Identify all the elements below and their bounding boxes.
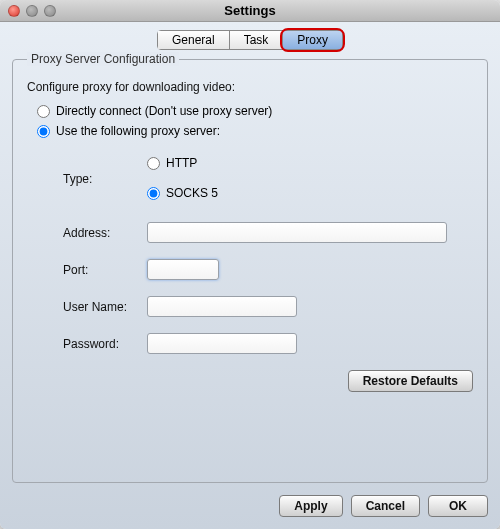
radio-socks5-label: SOCKS 5: [166, 186, 218, 200]
radio-direct-label: Directly connect (Don't use proxy server…: [56, 104, 272, 118]
window-title: Settings: [0, 3, 500, 18]
type-label: Type:: [63, 172, 147, 186]
row-port: Port:: [63, 259, 467, 280]
tab-row: General Task Proxy: [12, 30, 488, 50]
tab-task[interactable]: Task: [230, 31, 284, 49]
tab-proxy[interactable]: Proxy: [283, 31, 342, 49]
password-label: Password:: [63, 337, 147, 351]
restore-defaults-button[interactable]: Restore Defaults: [348, 370, 473, 392]
row-type: Type: HTTP SOCKS 5: [63, 152, 467, 206]
tab-general[interactable]: General: [158, 31, 230, 49]
traffic-lights: [8, 5, 56, 17]
row-password: Password:: [63, 333, 467, 354]
radio-direct-connect-input[interactable]: [37, 105, 50, 118]
radio-use-proxy-input[interactable]: [37, 125, 50, 138]
titlebar: Settings: [0, 0, 500, 22]
password-input[interactable]: [147, 333, 297, 354]
bottom-buttons: Apply Cancel OK: [12, 495, 488, 517]
row-address: Address:: [63, 222, 467, 243]
username-label: User Name:: [63, 300, 147, 314]
tabbar: General Task Proxy: [157, 30, 343, 50]
window-content: General Task Proxy Proxy Server Configur…: [0, 22, 500, 529]
address-input[interactable]: [147, 222, 447, 243]
apply-button[interactable]: Apply: [279, 495, 342, 517]
radio-http[interactable]: HTTP: [147, 156, 218, 170]
zoom-icon[interactable]: [44, 5, 56, 17]
type-radios: HTTP SOCKS 5: [147, 152, 218, 206]
port-input[interactable]: [147, 259, 219, 280]
minimize-icon[interactable]: [26, 5, 38, 17]
group-legend: Proxy Server Configuration: [27, 52, 179, 66]
settings-window: Settings General Task Proxy Proxy Server…: [0, 0, 500, 529]
ok-button[interactable]: OK: [428, 495, 488, 517]
proxy-form: Type: HTTP SOCKS 5 Address:: [63, 152, 467, 354]
port-label: Port:: [63, 263, 147, 277]
address-label: Address:: [63, 226, 147, 240]
radio-socks5[interactable]: SOCKS 5: [147, 186, 218, 200]
radio-http-label: HTTP: [166, 156, 197, 170]
group-subtitle: Configure proxy for downloading video:: [27, 80, 473, 94]
tab-proxy-label: Proxy: [297, 33, 328, 47]
cancel-button[interactable]: Cancel: [351, 495, 420, 517]
proxy-groupbox: Proxy Server Configuration Configure pro…: [12, 59, 488, 483]
username-input[interactable]: [147, 296, 297, 317]
radio-direct-connect[interactable]: Directly connect (Don't use proxy server…: [37, 104, 473, 118]
close-icon[interactable]: [8, 5, 20, 17]
radio-http-input[interactable]: [147, 157, 160, 170]
restore-row: Restore Defaults: [27, 370, 473, 392]
radio-use-proxy[interactable]: Use the following proxy server:: [37, 124, 473, 138]
row-username: User Name:: [63, 296, 467, 317]
radio-useproxy-label: Use the following proxy server:: [56, 124, 220, 138]
radio-socks5-input[interactable]: [147, 187, 160, 200]
